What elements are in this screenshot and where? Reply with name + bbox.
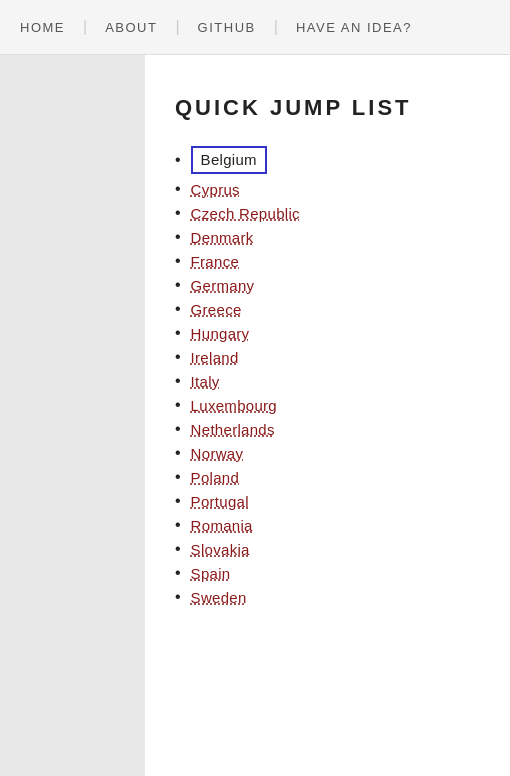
jump-link-luxembourg[interactable]: Luxembourg xyxy=(191,397,277,414)
jump-link-spain[interactable]: Spain xyxy=(191,565,231,582)
list-item: Greece xyxy=(175,300,480,318)
list-item: Luxembourg xyxy=(175,396,480,414)
list-item: Norway xyxy=(175,444,480,462)
jump-link-sweden[interactable]: Sweden xyxy=(191,589,247,606)
page-title: QUICK JUMP LIST xyxy=(175,95,480,121)
jump-link-denmark[interactable]: Denmark xyxy=(191,229,254,246)
list-item: Denmark xyxy=(175,228,480,246)
jump-link-italy[interactable]: Italy xyxy=(191,373,220,390)
nav-idea[interactable]: HAVE AN IDEA? xyxy=(278,20,430,35)
list-item: Hungary xyxy=(175,324,480,342)
jump-list: BelgiumCyprusCzech RepublicDenmarkFrance… xyxy=(175,146,480,606)
content-area: QUICK JUMP LIST BelgiumCyprusCzech Repub… xyxy=(145,55,510,776)
main-container: QUICK JUMP LIST BelgiumCyprusCzech Repub… xyxy=(0,55,510,776)
jump-link-norway[interactable]: Norway xyxy=(191,445,244,462)
jump-link-cyprus[interactable]: Cyprus xyxy=(191,181,240,198)
active-item-wrapper: Belgium xyxy=(191,146,267,174)
list-item: Netherlands xyxy=(175,420,480,438)
jump-link-ireland[interactable]: Ireland xyxy=(191,349,239,366)
jump-link-netherlands[interactable]: Netherlands xyxy=(191,421,275,438)
list-item: Poland xyxy=(175,468,480,486)
nav-home[interactable]: HOME xyxy=(20,20,83,35)
jump-link-czech-republic[interactable]: Czech Republic xyxy=(191,205,300,222)
list-item: Belgium xyxy=(175,146,480,174)
jump-link-germany[interactable]: Germany xyxy=(191,277,255,294)
nav-github[interactable]: GITHUB xyxy=(180,20,274,35)
main-navigation: HOME ABOUT GITHUB HAVE AN IDEA? xyxy=(0,0,510,55)
list-item: Spain xyxy=(175,564,480,582)
jump-link-france[interactable]: France xyxy=(191,253,240,270)
list-item: Italy xyxy=(175,372,480,390)
list-item: Slovakia xyxy=(175,540,480,558)
list-item: France xyxy=(175,252,480,270)
jump-link-romania[interactable]: Romania xyxy=(191,517,253,534)
list-item: Germany xyxy=(175,276,480,294)
list-item: Czech Republic xyxy=(175,204,480,222)
jump-link-portugal[interactable]: Portugal xyxy=(191,493,249,510)
jump-link-hungary[interactable]: Hungary xyxy=(191,325,250,342)
sidebar xyxy=(0,55,145,776)
jump-link-poland[interactable]: Poland xyxy=(191,469,240,486)
list-item: Romania xyxy=(175,516,480,534)
list-item: Ireland xyxy=(175,348,480,366)
list-item: Portugal xyxy=(175,492,480,510)
nav-about[interactable]: ABOUT xyxy=(87,20,175,35)
list-item: Sweden xyxy=(175,588,480,606)
jump-link-slovakia[interactable]: Slovakia xyxy=(191,541,250,558)
list-item: Cyprus xyxy=(175,180,480,198)
jump-link-greece[interactable]: Greece xyxy=(191,301,242,318)
jump-link-belgium[interactable]: Belgium xyxy=(201,151,257,168)
